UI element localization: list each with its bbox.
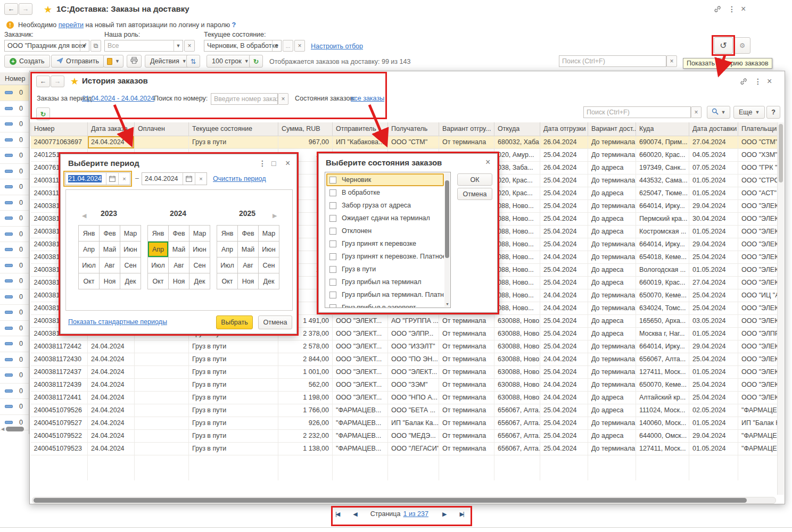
history-search-input[interactable]: Поиск (Ctrl+F) bbox=[583, 106, 691, 118]
column-header[interactable]: Дата отгрузки bbox=[540, 122, 588, 136]
month-grid-2023[interactable]: ЯнвФевМарАпрМайИюнИюлАвгСенОктНояДек bbox=[78, 225, 141, 289]
state-clear-button[interactable]: × bbox=[294, 40, 305, 52]
list-item[interactable]: 0 bbox=[0, 85, 29, 101]
checkbox-icon[interactable] bbox=[329, 253, 336, 260]
pagination-last-button[interactable]: ▶| bbox=[459, 511, 463, 518]
state-checkbox-item[interactable]: Груз принят к перевозке. Платное хра... bbox=[326, 250, 444, 263]
list-item[interactable]: 0 bbox=[0, 101, 29, 117]
search-options-button[interactable]: ▼ bbox=[707, 106, 730, 119]
month-cell[interactable]: Ноя bbox=[169, 273, 189, 289]
period-dialog-close-icon[interactable]: × bbox=[285, 159, 290, 168]
month-cell[interactable]: Мар bbox=[259, 226, 279, 242]
pagination-first-button[interactable]: |◀ bbox=[335, 511, 339, 518]
month-cell[interactable]: Сен bbox=[120, 257, 141, 273]
month-cell[interactable]: Июл bbox=[148, 257, 169, 273]
order-number-clear-button[interactable]: × bbox=[278, 93, 288, 105]
column-header[interactable]: Текущее состояние bbox=[189, 122, 278, 136]
month-cell[interactable]: Окт bbox=[217, 273, 238, 289]
state-checkbox-item[interactable]: Груз прибыл в аэропорт bbox=[326, 301, 444, 308]
list-item[interactable]: 0 bbox=[0, 384, 29, 400]
month-cell[interactable]: Авг bbox=[100, 257, 120, 273]
main-forward-button[interactable]: → bbox=[19, 3, 32, 15]
history-close-icon[interactable]: × bbox=[767, 77, 772, 86]
date-from-clear-button[interactable]: × bbox=[118, 173, 130, 185]
list-item[interactable]: 0 bbox=[0, 148, 29, 164]
send-button[interactable]: Отправить bbox=[51, 55, 104, 68]
select-period-button[interactable]: Выбрать bbox=[216, 315, 253, 329]
checkbox-icon[interactable] bbox=[329, 189, 336, 196]
main-search-input[interactable]: Поиск (Ctrl+F) bbox=[559, 55, 666, 67]
chevron-down-icon[interactable]: ▼ bbox=[174, 40, 183, 51]
month-cell[interactable]: Авг bbox=[238, 257, 259, 273]
main-close-icon[interactable]: × bbox=[741, 4, 746, 14]
states-dialog-close-icon[interactable]: × bbox=[485, 157, 490, 167]
month-cell[interactable]: Апр bbox=[79, 242, 100, 257]
column-header[interactable]: Куда bbox=[636, 122, 689, 136]
table-row[interactable]: 240038117244124.04.2024Груз в пути1 198,… bbox=[31, 391, 778, 404]
month-cell[interactable]: Май bbox=[169, 242, 189, 257]
column-header[interactable]: Получатель bbox=[388, 122, 439, 136]
states-list-scrollbar[interactable]: ▼ bbox=[444, 173, 450, 307]
column-header[interactable]: Сумма, RUB bbox=[278, 122, 333, 136]
customer-open-button[interactable]: ⧉ bbox=[90, 40, 101, 52]
states-ok-button[interactable]: ОК bbox=[457, 173, 492, 186]
main-search-clear-button[interactable]: × bbox=[666, 55, 677, 67]
list-item[interactable]: 0 bbox=[0, 321, 29, 337]
month-cell[interactable]: Фев bbox=[238, 226, 259, 242]
link-icon[interactable] bbox=[713, 5, 722, 15]
month-cell[interactable]: Фев bbox=[169, 226, 189, 242]
history-menu-icon[interactable]: ⋮ bbox=[754, 77, 762, 86]
list-item[interactable]: 0 bbox=[0, 273, 29, 289]
maximize-icon[interactable]: □ bbox=[271, 159, 276, 168]
calendar-icon[interactable] bbox=[183, 173, 195, 185]
month-cell[interactable]: Сен bbox=[259, 257, 279, 273]
month-cell[interactable]: Фев bbox=[100, 226, 120, 242]
month-cell[interactable]: Мар bbox=[120, 226, 141, 242]
help-button[interactable]: ? bbox=[766, 106, 780, 119]
more-button[interactable]: Еще▼ bbox=[733, 106, 765, 119]
month-cell[interactable]: Янв bbox=[79, 226, 100, 242]
table-row[interactable]: 240038117243024.04.2024Груз в пути2 844,… bbox=[31, 353, 778, 365]
checkbox-icon[interactable] bbox=[329, 202, 336, 209]
cancel-period-button[interactable]: Отмена bbox=[258, 315, 292, 329]
state-combobox[interactable]: Черновик, В обработке, З ▼ bbox=[204, 40, 282, 52]
standard-periods-link[interactable]: Показать стандартные периоды bbox=[68, 318, 167, 326]
pagination-prev-button[interactable]: ◀ bbox=[353, 511, 356, 518]
history-forward-button[interactable]: → bbox=[51, 76, 64, 87]
month-cell[interactable]: Июл bbox=[79, 257, 100, 273]
column-header[interactable]: Оплачен bbox=[135, 122, 189, 136]
period-dialog-menu-icon[interactable]: ⋮ bbox=[259, 159, 266, 168]
month-cell[interactable]: Мар bbox=[189, 226, 210, 242]
column-header[interactable]: Плательщик bbox=[738, 122, 778, 136]
chevron-down-icon[interactable]: ▼ bbox=[272, 40, 281, 51]
table-row[interactable]: 240045107952624.04.2024Груз в пути1 766,… bbox=[31, 404, 778, 417]
history-back-button[interactable]: ← bbox=[36, 76, 50, 87]
main-back-button[interactable]: ← bbox=[4, 3, 18, 15]
state-checkbox-item[interactable]: Груз принят к перевозке bbox=[326, 237, 444, 250]
list-item[interactable]: 0 bbox=[0, 132, 29, 148]
list-item[interactable]: 0 bbox=[0, 289, 29, 305]
state-checkbox-item[interactable]: Черновик bbox=[326, 173, 444, 186]
rows-count-button[interactable]: 100 строк▼ bbox=[207, 55, 254, 68]
settings-button[interactable]: ⚙ bbox=[734, 37, 750, 54]
column-header[interactable]: Дата заказа bbox=[88, 122, 135, 136]
column-header[interactable]: Номер bbox=[31, 122, 88, 136]
list-item[interactable]: 0 bbox=[0, 117, 29, 132]
date-to-clear-button[interactable]: × bbox=[195, 173, 207, 185]
calendar-icon[interactable] bbox=[106, 173, 118, 185]
state-checkbox-item[interactable]: Ожидает сдачи на терминал bbox=[326, 212, 444, 225]
print-button[interactable] bbox=[127, 55, 142, 68]
list-item[interactable]: 0 bbox=[0, 305, 29, 321]
state-checkbox-item[interactable]: Отклонен bbox=[326, 225, 444, 237]
state-checkbox-item[interactable]: Груз прибыл на терминал bbox=[326, 276, 444, 288]
checkbox-icon[interactable] bbox=[329, 177, 336, 184]
show-history-button[interactable]: ↺ bbox=[714, 37, 733, 54]
history-table-hscrollbar[interactable] bbox=[32, 497, 776, 504]
list-item[interactable]: 0 bbox=[0, 352, 29, 368]
column-header[interactable]: Дата доставки bbox=[689, 122, 738, 136]
month-grid-2025[interactable]: ЯнвФевМарАпрМайИюнИюлАвгСенОктНояДек bbox=[217, 225, 279, 289]
export-button[interactable]: ▼ bbox=[103, 55, 123, 68]
column-header[interactable]: Откуда bbox=[494, 122, 540, 136]
customer-combobox[interactable]: ООО "Праздник для всех" ▼ bbox=[4, 40, 89, 52]
state-checkbox-item[interactable]: Груз в пути bbox=[326, 263, 444, 276]
